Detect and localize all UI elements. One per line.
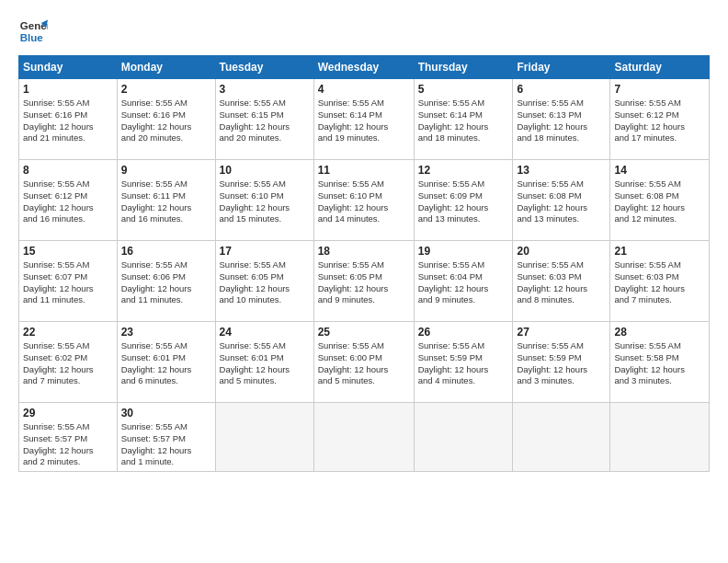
calendar-cell: 5Sunrise: 5:55 AM Sunset: 6:14 PM Daylig… bbox=[414, 79, 513, 160]
day-info: Sunrise: 5:55 AM Sunset: 6:04 PM Dayligh… bbox=[418, 259, 509, 306]
day-number: 16 bbox=[121, 245, 211, 258]
calendar-cell: 10Sunrise: 5:55 AM Sunset: 6:10 PM Dayli… bbox=[215, 160, 313, 241]
calendar-cell: 18Sunrise: 5:55 AM Sunset: 6:05 PM Dayli… bbox=[313, 241, 414, 322]
calendar-cell: 30Sunrise: 5:55 AM Sunset: 5:57 PM Dayli… bbox=[117, 403, 215, 472]
calendar-cell bbox=[215, 403, 313, 472]
day-info: Sunrise: 5:55 AM Sunset: 6:00 PM Dayligh… bbox=[318, 340, 410, 387]
day-info: Sunrise: 5:55 AM Sunset: 6:14 PM Dayligh… bbox=[418, 98, 509, 144]
day-number: 10 bbox=[220, 164, 310, 177]
calendar-cell: 9Sunrise: 5:55 AM Sunset: 6:11 PM Daylig… bbox=[117, 160, 215, 241]
day-number: 9 bbox=[121, 164, 211, 177]
calendar-cell: 20Sunrise: 5:55 AM Sunset: 6:03 PM Dayli… bbox=[513, 241, 610, 322]
day-number: 3 bbox=[220, 83, 310, 96]
day-number: 2 bbox=[121, 83, 211, 96]
col-header-friday: Friday bbox=[513, 56, 610, 79]
day-info: Sunrise: 5:55 AM Sunset: 6:14 PM Dayligh… bbox=[318, 98, 410, 144]
calendar-cell: 1Sunrise: 5:55 AM Sunset: 6:16 PM Daylig… bbox=[19, 79, 118, 160]
day-number: 12 bbox=[418, 164, 509, 177]
day-number: 4 bbox=[318, 83, 410, 96]
day-info: Sunrise: 5:55 AM Sunset: 6:07 PM Dayligh… bbox=[23, 259, 113, 306]
calendar-table: SundayMondayTuesdayWednesdayThursdayFrid… bbox=[18, 55, 710, 472]
day-info: Sunrise: 5:55 AM Sunset: 6:03 PM Dayligh… bbox=[517, 259, 606, 306]
day-number: 26 bbox=[418, 326, 509, 339]
calendar-cell: 11Sunrise: 5:55 AM Sunset: 6:10 PM Dayli… bbox=[313, 160, 414, 241]
col-header-tuesday: Tuesday bbox=[215, 56, 313, 79]
day-number: 19 bbox=[418, 245, 509, 258]
col-header-thursday: Thursday bbox=[414, 56, 513, 79]
calendar-cell: 2Sunrise: 5:55 AM Sunset: 6:16 PM Daylig… bbox=[117, 79, 215, 160]
calendar-cell bbox=[414, 403, 513, 472]
day-info: Sunrise: 5:55 AM Sunset: 6:01 PM Dayligh… bbox=[121, 340, 211, 387]
day-info: Sunrise: 5:55 AM Sunset: 6:05 PM Dayligh… bbox=[220, 259, 310, 306]
calendar-cell: 3Sunrise: 5:55 AM Sunset: 6:15 PM Daylig… bbox=[215, 79, 313, 160]
day-info: Sunrise: 5:55 AM Sunset: 6:12 PM Dayligh… bbox=[23, 178, 113, 225]
day-number: 24 bbox=[220, 326, 310, 339]
calendar-cell: 14Sunrise: 5:55 AM Sunset: 6:08 PM Dayli… bbox=[610, 160, 710, 241]
day-number: 21 bbox=[614, 245, 705, 258]
calendar-cell: 19Sunrise: 5:55 AM Sunset: 6:04 PM Dayli… bbox=[414, 241, 513, 322]
calendar-cell: 17Sunrise: 5:55 AM Sunset: 6:05 PM Dayli… bbox=[215, 241, 313, 322]
day-number: 5 bbox=[418, 83, 509, 96]
calendar-cell: 22Sunrise: 5:55 AM Sunset: 6:02 PM Dayli… bbox=[19, 322, 118, 403]
day-number: 7 bbox=[614, 83, 705, 96]
calendar-cell bbox=[610, 403, 710, 472]
day-info: Sunrise: 5:55 AM Sunset: 6:12 PM Dayligh… bbox=[614, 98, 705, 144]
day-info: Sunrise: 5:55 AM Sunset: 5:59 PM Dayligh… bbox=[418, 340, 509, 387]
day-info: Sunrise: 5:55 AM Sunset: 6:08 PM Dayligh… bbox=[517, 178, 606, 225]
day-info: Sunrise: 5:55 AM Sunset: 6:08 PM Dayligh… bbox=[614, 178, 705, 225]
calendar-cell: 16Sunrise: 5:55 AM Sunset: 6:06 PM Dayli… bbox=[117, 241, 215, 322]
day-number: 28 bbox=[614, 326, 705, 339]
day-info: Sunrise: 5:55 AM Sunset: 6:13 PM Dayligh… bbox=[517, 98, 606, 144]
day-info: Sunrise: 5:55 AM Sunset: 6:05 PM Dayligh… bbox=[318, 259, 410, 306]
day-number: 29 bbox=[23, 407, 113, 419]
day-number: 11 bbox=[318, 164, 410, 177]
day-info: Sunrise: 5:55 AM Sunset: 5:57 PM Dayligh… bbox=[121, 421, 211, 468]
day-number: 17 bbox=[220, 245, 310, 258]
day-info: Sunrise: 5:55 AM Sunset: 6:02 PM Dayligh… bbox=[23, 340, 113, 387]
day-number: 1 bbox=[23, 83, 113, 96]
calendar-cell: 26Sunrise: 5:55 AM Sunset: 5:59 PM Dayli… bbox=[414, 322, 513, 403]
calendar-cell: 21Sunrise: 5:55 AM Sunset: 6:03 PM Dayli… bbox=[610, 241, 710, 322]
day-info: Sunrise: 5:55 AM Sunset: 5:59 PM Dayligh… bbox=[517, 340, 606, 387]
calendar-cell: 12Sunrise: 5:55 AM Sunset: 6:09 PM Dayli… bbox=[414, 160, 513, 241]
day-number: 23 bbox=[121, 326, 211, 339]
col-header-wednesday: Wednesday bbox=[313, 56, 414, 79]
calendar-cell: 23Sunrise: 5:55 AM Sunset: 6:01 PM Dayli… bbox=[117, 322, 215, 403]
col-header-monday: Monday bbox=[117, 56, 215, 79]
day-number: 20 bbox=[517, 245, 606, 258]
logo-icon: General Blue bbox=[18, 17, 48, 46]
svg-text:Blue: Blue bbox=[20, 32, 44, 43]
calendar-cell: 25Sunrise: 5:55 AM Sunset: 6:00 PM Dayli… bbox=[313, 322, 414, 403]
day-number: 25 bbox=[318, 326, 410, 339]
calendar-cell: 6Sunrise: 5:55 AM Sunset: 6:13 PM Daylig… bbox=[513, 79, 610, 160]
day-info: Sunrise: 5:55 AM Sunset: 6:09 PM Dayligh… bbox=[418, 178, 509, 225]
day-info: Sunrise: 5:55 AM Sunset: 6:16 PM Dayligh… bbox=[23, 98, 113, 144]
day-info: Sunrise: 5:55 AM Sunset: 6:11 PM Dayligh… bbox=[121, 178, 211, 225]
day-number: 30 bbox=[121, 407, 211, 419]
day-info: Sunrise: 5:55 AM Sunset: 6:10 PM Dayligh… bbox=[318, 178, 410, 225]
day-info: Sunrise: 5:55 AM Sunset: 6:15 PM Dayligh… bbox=[220, 98, 310, 144]
day-info: Sunrise: 5:55 AM Sunset: 5:57 PM Dayligh… bbox=[23, 421, 113, 468]
calendar-cell bbox=[313, 403, 414, 472]
calendar-cell: 4Sunrise: 5:55 AM Sunset: 6:14 PM Daylig… bbox=[313, 79, 414, 160]
day-number: 22 bbox=[23, 326, 113, 339]
day-number: 6 bbox=[517, 83, 606, 96]
day-info: Sunrise: 5:55 AM Sunset: 6:01 PM Dayligh… bbox=[220, 340, 310, 387]
day-number: 8 bbox=[23, 164, 113, 177]
calendar-cell: 8Sunrise: 5:55 AM Sunset: 6:12 PM Daylig… bbox=[19, 160, 118, 241]
col-header-sunday: Sunday bbox=[19, 56, 118, 79]
col-header-saturday: Saturday bbox=[610, 56, 710, 79]
day-number: 27 bbox=[517, 326, 606, 339]
day-info: Sunrise: 5:55 AM Sunset: 6:16 PM Dayligh… bbox=[121, 98, 211, 144]
calendar-cell: 15Sunrise: 5:55 AM Sunset: 6:07 PM Dayli… bbox=[19, 241, 118, 322]
day-number: 18 bbox=[318, 245, 410, 258]
logo: General Blue bbox=[18, 17, 48, 46]
calendar-cell bbox=[513, 403, 610, 472]
calendar-cell: 27Sunrise: 5:55 AM Sunset: 5:59 PM Dayli… bbox=[513, 322, 610, 403]
calendar-cell: 13Sunrise: 5:55 AM Sunset: 6:08 PM Dayli… bbox=[513, 160, 610, 241]
calendar-cell: 7Sunrise: 5:55 AM Sunset: 6:12 PM Daylig… bbox=[610, 79, 710, 160]
day-info: Sunrise: 5:55 AM Sunset: 5:58 PM Dayligh… bbox=[614, 340, 705, 387]
day-info: Sunrise: 5:55 AM Sunset: 6:03 PM Dayligh… bbox=[614, 259, 705, 306]
day-number: 13 bbox=[517, 164, 606, 177]
day-number: 15 bbox=[23, 245, 113, 258]
